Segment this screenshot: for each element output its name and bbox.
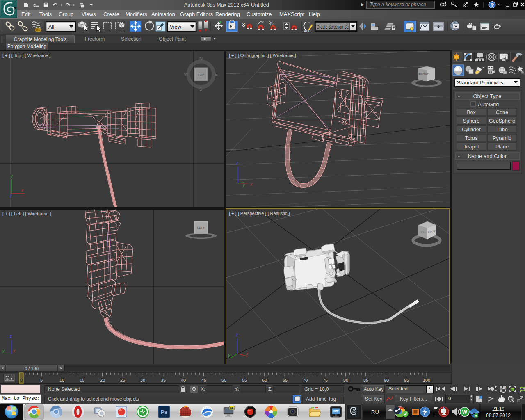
svg-text:Object Type: Object Type xyxy=(473,93,501,99)
svg-text:20: 20 xyxy=(100,378,105,383)
svg-text:x: x xyxy=(250,182,253,187)
svg-text:Sphere: Sphere xyxy=(463,118,479,124)
svg-text:[ + ] [ Left ] [ Wireframe ]: [ + ] [ Left ] [ Wireframe ] xyxy=(2,211,51,216)
svg-text:70: 70 xyxy=(303,378,308,383)
svg-text:?: ? xyxy=(491,2,494,7)
svg-text:[ + ] [ Orthographic ] [ Wiref: [ + ] [ Orthographic ] [ Wireframe ] xyxy=(229,53,296,58)
svg-text:-: - xyxy=(458,94,460,99)
svg-text:5: 5 xyxy=(40,378,43,383)
svg-text:z: z xyxy=(9,334,12,338)
svg-text:Box: Box xyxy=(467,110,476,115)
svg-text:S: S xyxy=(199,87,202,91)
svg-text:100: 100 xyxy=(423,378,430,383)
svg-text:x: x xyxy=(13,349,16,353)
svg-text:Cylinder: Cylinder xyxy=(462,127,481,132)
svg-text:10: 10 xyxy=(59,378,64,383)
svg-text:08.07.2012: 08.07.2012 xyxy=(486,413,511,418)
svg-text:E: E xyxy=(215,72,217,77)
svg-text:25: 25 xyxy=(120,378,125,383)
svg-text:All: All xyxy=(48,24,55,30)
svg-text:95: 95 xyxy=(404,378,409,383)
svg-text:55: 55 xyxy=(242,378,247,383)
svg-text:3: 3 xyxy=(242,21,245,28)
svg-text:60: 60 xyxy=(262,378,267,383)
svg-text:N: N xyxy=(199,56,203,61)
svg-text:90: 90 xyxy=(384,378,389,383)
svg-text:y: y xyxy=(242,183,245,187)
svg-text:99: 99 xyxy=(230,406,234,410)
svg-text:Ps: Ps xyxy=(161,409,167,415)
svg-text:15: 15 xyxy=(80,378,84,383)
svg-text:Torus: Torus xyxy=(465,135,478,141)
svg-text:x: x xyxy=(246,352,249,356)
svg-text:Plane: Plane xyxy=(495,144,509,150)
svg-text:y: y xyxy=(2,349,5,353)
svg-text:85: 85 xyxy=(363,378,368,383)
svg-text:x: x xyxy=(21,188,24,193)
svg-text:TOP: TOP xyxy=(198,73,204,77)
svg-text:30: 30 xyxy=(140,378,145,383)
svg-text:y: y xyxy=(10,174,13,178)
svg-text:75: 75 xyxy=(323,378,328,383)
svg-text:GeoSphere: GeoSphere xyxy=(489,118,515,124)
svg-text:LEFT: LEFT xyxy=(197,226,205,230)
svg-text:View: View xyxy=(170,24,182,30)
svg-text:Standard Primitives: Standard Primitives xyxy=(457,80,503,86)
svg-text:Create Selection Se: Create Selection Se xyxy=(317,24,349,30)
svg-text:65: 65 xyxy=(283,378,288,383)
svg-text:Name and Color: Name and Color xyxy=(468,153,507,159)
svg-text:Pyramid: Pyramid xyxy=(493,135,511,141)
svg-text:RU: RU xyxy=(371,409,379,415)
svg-text:Cone: Cone xyxy=(496,110,508,115)
svg-text:z: z xyxy=(9,194,12,198)
svg-text:80: 80 xyxy=(343,378,348,383)
svg-text:z: z xyxy=(236,161,238,165)
svg-text:Teapot: Teapot xyxy=(463,144,479,150)
svg-text:21:19: 21:19 xyxy=(492,406,504,412)
svg-text:45: 45 xyxy=(201,378,206,383)
svg-text:[ + ] [ Top ] [ Wireframe ]: [ + ] [ Top ] [ Wireframe ] xyxy=(2,53,50,58)
svg-text:FRONT: FRONT xyxy=(419,73,429,76)
svg-text:KMP: KMP xyxy=(333,410,338,412)
svg-text:AutoGrid: AutoGrid xyxy=(478,101,499,107)
svg-text:W: W xyxy=(184,72,189,77)
svg-text:35: 35 xyxy=(161,378,166,383)
svg-text:40: 40 xyxy=(181,378,186,383)
svg-text:0: 0 xyxy=(20,378,23,383)
svg-text:z: z xyxy=(235,333,238,337)
svg-text:-: - xyxy=(458,153,460,159)
svg-text:W: W xyxy=(462,409,468,415)
svg-text:y: y xyxy=(228,353,231,358)
svg-text:[ + ] [ Perspective ] [ Realis: [ + ] [ Perspective ] [ Realistic ] xyxy=(229,211,290,216)
svg-text:Tube: Tube xyxy=(496,127,508,132)
svg-text:ABC: ABC xyxy=(304,29,311,33)
svg-text:50: 50 xyxy=(221,378,226,383)
